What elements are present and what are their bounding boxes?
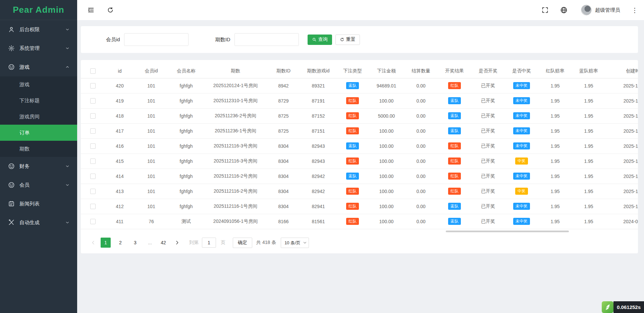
cell-draw_status: 已开奖 xyxy=(471,93,505,108)
sidebar-item-5[interactable]: 新闻列表 xyxy=(0,194,77,213)
cell-period: 202511236-2号房间 xyxy=(204,108,267,123)
reset-button[interactable]: 重置 xyxy=(335,35,360,45)
row-checkbox[interactable] xyxy=(90,219,96,224)
draw_result-badge: 蓝队 xyxy=(448,112,461,119)
cell-bet_type: 红队 xyxy=(336,93,369,108)
next-page-icon[interactable] xyxy=(174,240,180,245)
checkbox-cell xyxy=(81,169,105,184)
bet_type-badge: 红队 xyxy=(346,188,359,195)
collapse-sidebar-icon[interactable] xyxy=(87,6,95,14)
row-checkbox[interactable] xyxy=(90,128,96,134)
page-number-1[interactable]: 1 xyxy=(101,238,111,248)
pagination: 123...42 到第 页 确定 共 418 条 10 条/页 xyxy=(81,232,638,248)
cell-draw_status: 已开奖 xyxy=(471,123,505,138)
cell-period_id: 8304 xyxy=(267,169,300,184)
cell-draw_result: 红队 xyxy=(438,184,471,199)
cell-draw_result: 红队 xyxy=(438,78,471,93)
refresh-icon[interactable] xyxy=(107,6,114,14)
sidebar-item-2[interactable]: 游戏 xyxy=(0,58,77,76)
cell-period_id: 8725 xyxy=(267,123,300,138)
cell-win_status: 未中奖 xyxy=(505,93,538,108)
avatar[interactable] xyxy=(581,5,592,15)
row-checkbox[interactable] xyxy=(90,174,96,179)
period-id-input[interactable] xyxy=(234,33,299,46)
language-globe-icon[interactable] xyxy=(560,6,568,14)
gear-icon xyxy=(8,45,15,52)
row-checkbox[interactable] xyxy=(90,143,96,149)
member-id-input[interactable] xyxy=(124,33,189,46)
cell-red_odds: 1.95 xyxy=(538,93,572,108)
cell-red_odds: 1.95 xyxy=(538,108,572,123)
sidebar-item-6[interactable]: 自动生成 xyxy=(0,213,77,232)
goto-page-input[interactable] xyxy=(202,238,216,248)
row-checkbox[interactable] xyxy=(90,113,96,119)
user-name[interactable]: 超级管理员 xyxy=(595,7,620,13)
cell-bet_amount: 100.00 xyxy=(369,93,404,108)
period-id-label: 期数ID xyxy=(215,37,230,43)
submenu-item-4[interactable]: 期数 xyxy=(0,141,77,157)
search-panel: 会员id 期数ID 查询 重置 xyxy=(81,26,638,53)
table-wrapper: id会员id会员名称期数期数ID期数游戏id下注类型下注金额结算数量开奖结果是否… xyxy=(81,64,638,229)
cell-red_odds: 1.95 xyxy=(538,78,572,93)
cell-bet_amount: 100.00 xyxy=(369,123,404,138)
bet_type-badge: 红队 xyxy=(346,203,359,210)
reset-refresh-icon xyxy=(340,37,344,42)
chevron-down-icon xyxy=(65,27,70,32)
cell-period_id: 8166 xyxy=(267,214,300,229)
cell-bet_amount: 5000.00 xyxy=(369,108,404,123)
cell-period: 202511236-1号房间 xyxy=(204,123,267,138)
cell-blue_odds: 1.95 xyxy=(572,93,605,108)
cell-period: 2025112116-3号房间 xyxy=(204,153,267,169)
row-checkbox[interactable] xyxy=(90,204,96,209)
page-number-42[interactable]: 42 xyxy=(158,238,168,248)
submenu-item-2[interactable]: 游戏房间 xyxy=(0,109,77,125)
row-checkbox[interactable] xyxy=(90,98,96,104)
cell-settle_qty: 0.00 xyxy=(404,169,438,184)
fullscreen-icon[interactable] xyxy=(541,6,549,14)
cell-id: 416 xyxy=(105,138,135,153)
cell-win_status: 未中奖 xyxy=(505,138,538,153)
row-checkbox[interactable] xyxy=(90,83,96,88)
win_status-badge: 未中奖 xyxy=(513,97,530,104)
sidebar-item-3[interactable]: 财务 xyxy=(0,157,77,176)
checkbox-cell xyxy=(81,153,105,169)
cell-settle_qty: 0.00 xyxy=(404,123,438,138)
cell-period_id: 8729 xyxy=(267,93,300,108)
cell-period: 2024091056-1号房间 xyxy=(204,214,267,229)
cell-red_odds: 1.95 xyxy=(538,169,572,184)
thinkphp-logo-icon xyxy=(602,301,613,313)
confirm-page-button[interactable]: 确定 xyxy=(233,238,252,248)
table-row: 41176测试2024091056-1号房间816681561红队100.000… xyxy=(81,214,638,229)
bet_type-badge: 蓝队 xyxy=(346,82,359,89)
row-checkbox[interactable] xyxy=(90,189,96,194)
win_status-badge: 中奖 xyxy=(515,188,528,195)
cell-member_id: 76 xyxy=(135,214,168,229)
sidebar-item-4[interactable]: 会员 xyxy=(0,176,77,194)
cell-period: 2025120124-1号房间 xyxy=(204,78,267,93)
more-menu-icon[interactable]: ⋮ xyxy=(632,7,638,13)
cell-period_game_id: 82943 xyxy=(300,153,336,169)
select-all-checkbox[interactable] xyxy=(90,68,96,74)
prev-page-icon[interactable] xyxy=(91,240,96,245)
cell-period_game_id: 82941 xyxy=(300,199,336,214)
cell-member_name: fghfgh xyxy=(168,138,204,153)
cell-created_at: 2025-11-23 xyxy=(605,93,638,108)
per-page-select[interactable]: 10 条/页 xyxy=(281,238,309,248)
sidebar-item-0[interactable]: 后台权限 xyxy=(0,20,77,39)
smiley-icon xyxy=(8,163,15,170)
row-checkbox[interactable] xyxy=(90,159,96,164)
submenu-item-1[interactable]: 下注标题 xyxy=(0,92,77,109)
chevron-down-icon xyxy=(65,220,70,225)
submenu-item-3[interactable]: 订单 xyxy=(0,125,77,141)
cell-id: 417 xyxy=(105,123,135,138)
submenu-item-0[interactable]: 游戏 xyxy=(0,76,77,92)
sidebar-item-1[interactable]: 系统管理 xyxy=(0,39,77,58)
column-header: 期数游戏id xyxy=(300,64,336,78)
query-button[interactable]: 查询 xyxy=(308,35,332,45)
cell-blue_odds: 1.95 xyxy=(572,184,605,199)
cell-blue_odds: 1.95 xyxy=(572,199,605,214)
page-number-3[interactable]: 3 xyxy=(130,238,140,248)
cell-bet_type: 红队 xyxy=(336,123,369,138)
checkbox-cell xyxy=(81,78,105,93)
page-number-2[interactable]: 2 xyxy=(115,238,125,248)
